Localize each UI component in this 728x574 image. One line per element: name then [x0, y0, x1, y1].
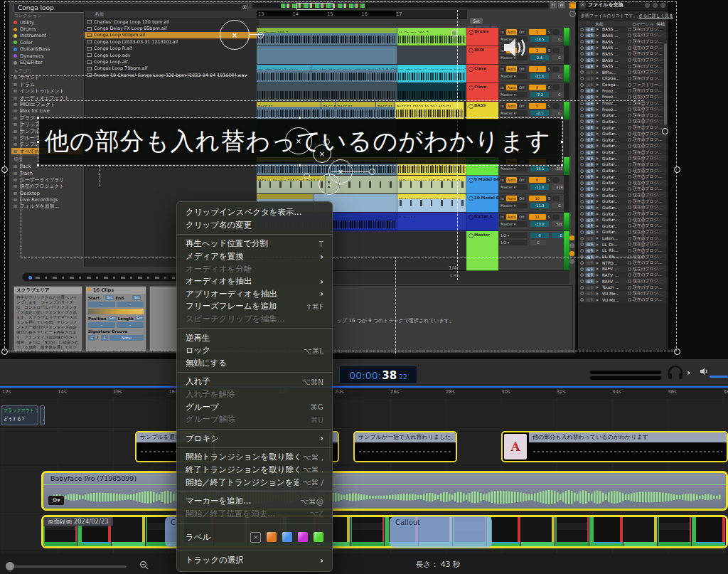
- subtitle-clip[interactable]: サンプルが一括で入れ替わりました。: [353, 431, 457, 462]
- timeline-ruler[interactable]: 12s14s16s18s20s22s24s26s28s30s32s34s36s3…: [0, 386, 728, 398]
- menu-item[interactable]: 開始トランジションを取り除く⌥⌘ ,: [177, 451, 332, 464]
- timecode-seconds: 38: [382, 369, 397, 382]
- headphones-icon[interactable]: [667, 365, 684, 381]
- resize-handle[interactable]: [36, 140, 40, 144]
- menu-item-text: 入れ子を解除: [186, 389, 323, 400]
- next-chevron-icon[interactable]: [687, 367, 690, 378]
- timeline-tick-label: 36s: [668, 389, 677, 395]
- label-swatches: [250, 532, 323, 543]
- duration-label: 長さ： 43 秒: [416, 560, 460, 570]
- menu-item-label[interactable]: ラベル: [177, 526, 332, 548]
- selection-handle[interactable]: [662, 128, 668, 134]
- menu-separator: [177, 328, 332, 329]
- menu-item[interactable]: マーカーを追加...⌥⌘@: [177, 495, 332, 508]
- menu-item-text: 無効にする: [186, 358, 323, 368]
- clip-title: フ: [41, 406, 45, 414]
- timecode-frames: 22: [399, 373, 407, 381]
- menu-item[interactable]: 終了トランジションを取り除く⌥⌘ .: [177, 464, 332, 477]
- close-marker-icon[interactable]: [318, 174, 340, 195]
- submenu-arrow-icon: [320, 253, 323, 261]
- meter-bar: [590, 371, 661, 374]
- label-none-swatch[interactable]: [250, 532, 261, 543]
- caption-clip[interactable]: ブラックアウト フ どうする？: [1, 405, 38, 425]
- clip-actions-gear-icon[interactable]: ⚙▾: [48, 496, 64, 505]
- menu-item[interactable]: アプリオーディオを抽出: [177, 288, 332, 301]
- zoom-magnifier-icon[interactable]: [139, 560, 149, 570]
- resize-handle[interactable]: [298, 164, 301, 167]
- anchor-ring-icon[interactable]: [257, 32, 264, 38]
- menu-item-text: 開始／終了トランジションを追加: [186, 477, 299, 488]
- label-color-swatch[interactable]: [314, 532, 323, 542]
- menu-item[interactable]: 再生ヘッド位置で分割T: [177, 238, 332, 250]
- menu-item[interactable]: クリップ名の変更: [177, 219, 332, 232]
- menu-item[interactable]: フリーズフレームを追加⇧⌘F: [177, 300, 332, 313]
- menu-separator: [177, 551, 332, 551]
- menu-item-text: 開始／終了位置を消去...: [186, 509, 306, 519]
- label-color-swatch[interactable]: [267, 532, 277, 542]
- close-marker-icon[interactable]: [285, 127, 312, 154]
- menu-item-text: クリップインスペクタを表示...: [186, 207, 323, 218]
- resize-handle[interactable]: [36, 116, 40, 119]
- label-color-swatch[interactable]: [282, 532, 292, 542]
- subtitle-clip-title: サンプルが一括で入れ替わりました。: [355, 432, 456, 442]
- timecode-display[interactable]: 00:00: 38 22: [339, 366, 417, 384]
- selection-handle[interactable]: [674, 166, 680, 173]
- menu-item[interactable]: オーディオを抽出: [177, 275, 332, 288]
- timeline-tick-label: 24s: [335, 389, 344, 395]
- close-marker-icon[interactable]: [220, 20, 250, 50]
- trim-handle[interactable]: [451, 31, 457, 36]
- menu-item[interactable]: 無効にする: [177, 357, 332, 370]
- menu-item[interactable]: 開始／終了トランジションを追加⌥⌘ /: [177, 476, 332, 489]
- clip-subtitle: どうする？: [1, 414, 38, 422]
- video-clip[interactable]: 画面録画 2024/02/23: [41, 515, 728, 548]
- menu-item[interactable]: クリップインスペクタを表示...: [177, 206, 332, 219]
- menu-item-text: グループ: [186, 402, 306, 413]
- volume-icon[interactable]: [700, 367, 708, 376]
- resize-handle[interactable]: [36, 164, 40, 167]
- menu-item[interactable]: 入れ子⌥⌘N: [177, 376, 332, 388]
- timeline-tick-label: 34s: [612, 389, 621, 395]
- menu-item-text: プロキシ: [186, 433, 316, 444]
- selection-handle[interactable]: [1, 349, 8, 355]
- timeline-tick-label: 38s: [723, 389, 728, 395]
- callout-clip[interactable]: Callout: [390, 516, 492, 548]
- clip-context-menu: クリップインスペクタを表示...クリップ名の変更再生ヘッド位置で分割Tメディアを…: [176, 201, 333, 572]
- menu-item-text: メディアを置換: [186, 251, 316, 262]
- timeline-zoom-slider[interactable]: [7, 565, 127, 568]
- menu-item-text: 再生ヘッド位置で分割: [186, 238, 315, 249]
- track-lane[interactable]: [0, 400, 728, 428]
- text-style-icon: A: [504, 434, 527, 459]
- menu-item[interactable]: ロック⌥⌘L: [177, 344, 332, 357]
- audio-clip[interactable]: Babyface Pro (71985099) ⚙▾: [41, 471, 728, 511]
- menu-item[interactable]: グループ⌘G: [177, 400, 332, 413]
- anchor-ring-icon[interactable]: [369, 169, 375, 175]
- selection-handle[interactable]: [674, 349, 680, 355]
- menu-item: グループ解除⌘U: [177, 413, 332, 426]
- anchor-ring-icon[interactable]: [304, 173, 310, 179]
- selection-edge: [100, 166, 100, 186]
- caption-clip-fragment[interactable]: フ ど: [40, 405, 45, 425]
- video-thumbnail: [589, 517, 623, 546]
- resize-handle[interactable]: [560, 164, 564, 167]
- timecode-hours-minutes: 00:00:: [349, 370, 381, 381]
- menu-item[interactable]: トラックの選択: [177, 554, 332, 567]
- selection-handle[interactable]: [1, 166, 8, 173]
- menu-shortcut: ⌥Z: [310, 509, 323, 518]
- resize-handle[interactable]: [298, 116, 301, 119]
- subtitle-clip[interactable]: A 他の部分も入れ替わっているのがわかります: [501, 431, 728, 462]
- menu-shortcut: ⌥⌘@: [300, 497, 323, 506]
- zoom-slider-knob[interactable]: [6, 562, 14, 570]
- label-color-swatch[interactable]: [298, 532, 308, 542]
- resize-handle[interactable]: [560, 140, 564, 144]
- subtitle-clip-body: [529, 442, 727, 461]
- timeline-tick-label: 14s: [58, 389, 67, 395]
- resize-handle[interactable]: [560, 116, 564, 119]
- volume-slider[interactable]: [710, 376, 728, 378]
- menu-item-text: オーディオを抽出: [186, 276, 316, 287]
- menu-item[interactable]: 逆再生: [177, 331, 332, 344]
- menu-item-text: 終了トランジションを取り除く: [186, 464, 299, 475]
- anchor-ring-icon[interactable]: [323, 139, 330, 145]
- menu-item[interactable]: プロキシ: [177, 432, 332, 445]
- menu-separator: [177, 429, 332, 430]
- menu-item[interactable]: メディアを置換: [177, 250, 332, 263]
